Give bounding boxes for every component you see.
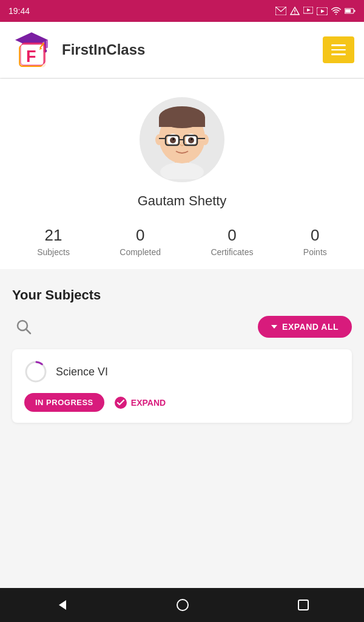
avatar bbox=[140, 97, 224, 182]
subject-name: Science VI bbox=[56, 366, 108, 378]
stat-subjects-label: Subjects bbox=[37, 247, 70, 257]
svg-rect-10 bbox=[345, 9, 351, 13]
subjects-title: Your Subjects bbox=[12, 287, 352, 303]
nav-recents-button[interactable] bbox=[297, 598, 310, 612]
home-icon bbox=[176, 598, 189, 612]
menu-line-1 bbox=[331, 44, 346, 46]
svg-rect-27 bbox=[159, 117, 205, 127]
stat-completed: 0 Completed bbox=[120, 226, 161, 257]
expand-subject-button[interactable]: EXPAND bbox=[114, 396, 166, 409]
app-header: F FirstInClass bbox=[0, 22, 364, 78]
user-name: Gautam Shetty bbox=[138, 193, 227, 209]
back-icon bbox=[54, 598, 69, 612]
search-button[interactable] bbox=[12, 315, 35, 338]
progress-circle bbox=[24, 360, 47, 383]
menu-button[interactable] bbox=[323, 36, 354, 63]
time-display: 19:44 bbox=[8, 6, 30, 16]
svg-point-8 bbox=[335, 14, 337, 15]
stat-certificates: 0 Certificates bbox=[211, 226, 253, 257]
stat-points-value: 0 bbox=[311, 226, 319, 245]
stat-completed-value: 0 bbox=[136, 226, 144, 245]
stats-row: 21 Subjects 0 Completed 0 Certificates 0… bbox=[12, 226, 352, 257]
status-icons-area bbox=[275, 6, 356, 16]
svg-point-29 bbox=[201, 134, 209, 145]
chevron-down-icon bbox=[271, 325, 277, 329]
expand-label: EXPAND bbox=[131, 398, 166, 408]
battery-icon bbox=[345, 8, 356, 14]
expand-all-button[interactable]: EXPAND ALL bbox=[258, 316, 352, 338]
subject-header: Science VI bbox=[24, 360, 340, 383]
page-content: Gautam Shetty 21 Subjects 0 Completed 0 … bbox=[0, 79, 364, 474]
in-progress-badge[interactable]: IN PROGRESS bbox=[24, 393, 104, 412]
stat-completed-label: Completed bbox=[120, 247, 161, 257]
status-time-area: 19:44 bbox=[8, 6, 30, 16]
wifi-icon bbox=[331, 7, 341, 15]
expand-all-label: EXPAND ALL bbox=[282, 322, 339, 332]
search-icon bbox=[16, 319, 32, 335]
status-bar: 19:44 bbox=[0, 0, 364, 22]
stat-subjects-value: 21 bbox=[45, 226, 62, 245]
app-logo: F bbox=[10, 28, 53, 72]
expand-check-icon bbox=[114, 396, 127, 409]
svg-marker-46 bbox=[59, 600, 66, 610]
youtube-icon bbox=[317, 7, 328, 15]
svg-point-24 bbox=[160, 162, 204, 179]
profile-section: Gautam Shetty 21 Subjects 0 Completed 0 … bbox=[0, 79, 364, 269]
nav-back-button[interactable] bbox=[54, 598, 69, 612]
svg-point-47 bbox=[177, 600, 188, 610]
svg-point-33 bbox=[188, 137, 194, 143]
subjects-section: Your Subjects EXPAND ALL bbox=[0, 269, 364, 437]
menu-line-2 bbox=[331, 49, 346, 51]
stat-points-label: Points bbox=[303, 247, 327, 257]
header-left: F FirstInClass bbox=[10, 28, 145, 72]
svg-point-3 bbox=[294, 13, 295, 14]
svg-point-34 bbox=[173, 138, 175, 140]
recents-icon bbox=[297, 598, 310, 612]
stat-points: 0 Points bbox=[303, 226, 327, 257]
svg-point-35 bbox=[191, 138, 193, 140]
svg-marker-7 bbox=[321, 9, 325, 13]
svg-rect-11 bbox=[354, 10, 356, 12]
menu-line-3 bbox=[331, 53, 346, 55]
svg-rect-48 bbox=[298, 600, 308, 610]
stat-certificates-label: Certificates bbox=[211, 247, 253, 257]
nav-home-button[interactable] bbox=[176, 598, 189, 612]
gmail-icon bbox=[275, 7, 286, 15]
svg-line-42 bbox=[26, 329, 30, 333]
media-icon bbox=[303, 7, 313, 15]
avatar-image bbox=[146, 100, 218, 179]
app-title: FirstInClass bbox=[62, 41, 145, 58]
subject-card-science-vi: Science VI IN PROGRESS EXPAND bbox=[12, 349, 352, 423]
subject-actions: IN PROGRESS EXPAND bbox=[24, 393, 340, 412]
svg-point-28 bbox=[155, 134, 163, 145]
svg-text:F: F bbox=[26, 47, 36, 66]
svg-marker-5 bbox=[307, 9, 311, 12]
svg-point-32 bbox=[170, 137, 176, 143]
bottom-navigation bbox=[0, 588, 364, 622]
stat-subjects: 21 Subjects bbox=[37, 226, 70, 257]
stat-certificates-value: 0 bbox=[228, 226, 236, 245]
mountain-icon bbox=[290, 6, 300, 16]
search-expand-row: EXPAND ALL bbox=[12, 315, 352, 338]
